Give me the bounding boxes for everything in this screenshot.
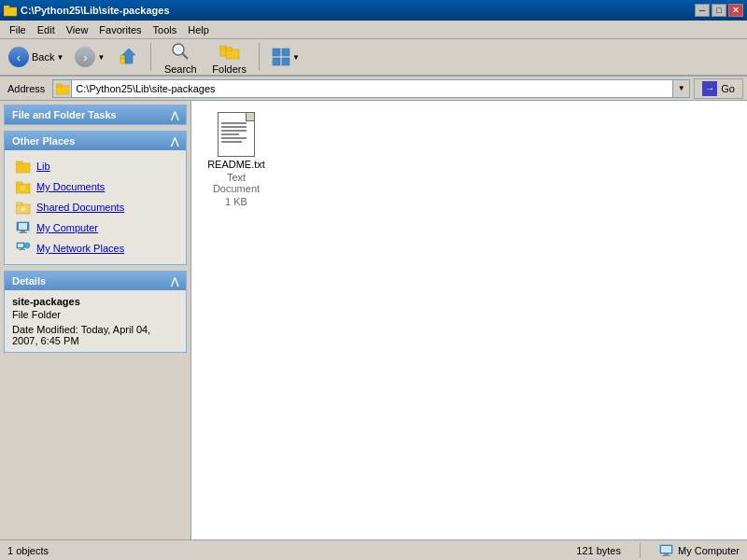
svg-rect-31 [19, 232, 27, 233]
details-modified: Date Modified: Today, April 04, 2007, 6:… [12, 324, 178, 346]
toolbar-separator-1 [150, 43, 151, 71]
svg-rect-33 [18, 244, 23, 247]
title-bar-text: C:\Python25\Lib\site-packages [21, 5, 170, 16]
forward-dropdown-icon: ▼ [97, 53, 105, 62]
forward-icon: › [75, 47, 95, 67]
file-readme[interactable]: README.txt Text Document 1 KB [199, 108, 274, 211]
place-shared-documents[interactable]: Shared Documents [12, 197, 178, 217]
search-icon [169, 40, 191, 63]
go-arrow-icon: → [702, 81, 717, 96]
folder-lib-icon [16, 159, 31, 174]
icon-line-5 [221, 137, 247, 139]
file-folder-tasks-panel: File and Folder Tasks ⋀ [4, 105, 187, 125]
status-computer-label: My Computer [678, 545, 740, 556]
menu-view[interactable]: View [61, 22, 94, 37]
place-my-network-places-label: My Network Places [36, 243, 124, 254]
search-button[interactable]: Search [157, 37, 204, 77]
up-button[interactable] [113, 41, 145, 73]
folders-button[interactable]: Folders [205, 37, 253, 77]
title-bar-controls: ─ □ ✕ [695, 4, 743, 17]
svg-rect-16 [56, 86, 69, 94]
minimize-button[interactable]: ─ [695, 4, 710, 17]
place-my-network-places[interactable]: My Network Places [12, 238, 178, 259]
place-my-documents[interactable]: My Documents [12, 176, 178, 197]
other-places-header[interactable]: Other Places ⋀ [5, 132, 186, 150]
svg-rect-38 [661, 546, 671, 553]
menu-help[interactable]: Help [182, 22, 215, 37]
menu-edit[interactable]: Edit [32, 22, 61, 37]
svg-rect-34 [21, 248, 23, 249]
svg-rect-35 [19, 249, 25, 250]
other-places-body: Lib My Documents [5, 150, 186, 264]
back-button[interactable]: ‹ Back ▼ [4, 42, 68, 72]
details-panel: Details ⋀ site-packages File Folder Date… [4, 271, 187, 353]
readme-file-name: README.txt [207, 159, 265, 170]
place-my-documents-label: My Documents [36, 181, 105, 192]
readme-file-icon [218, 112, 255, 157]
view-button[interactable]: ▼ [265, 41, 304, 73]
main-area: File and Folder Tasks ⋀ Other Places ⋀ L… [0, 101, 747, 539]
svg-line-6 [183, 53, 189, 59]
go-button[interactable]: → Go [694, 78, 743, 99]
toolbar-separator-2 [259, 43, 260, 71]
readme-icon-fold [246, 113, 254, 121]
icon-line-4 [221, 133, 239, 135]
svg-rect-10 [226, 49, 239, 59]
status-computer: My Computer [659, 543, 740, 558]
svg-point-27 [21, 207, 25, 211]
place-my-computer-label: My Computer [36, 222, 98, 233]
nav-group: ‹ Back ▼ › ▼ [4, 42, 109, 72]
readme-file-size: 1 KB [225, 196, 247, 207]
svg-rect-1 [4, 6, 9, 8]
svg-rect-24 [21, 189, 23, 190]
status-bar: 1 objects 121 bytes My Computer [0, 539, 747, 560]
place-my-computer[interactable]: My Computer [12, 217, 178, 238]
details-chevron: ⋀ [171, 276, 178, 287]
other-places-title: Other Places [12, 135, 75, 147]
svg-rect-12 [273, 49, 280, 56]
address-bar: Address ▼ → Go [0, 77, 747, 101]
svg-rect-26 [16, 203, 22, 205]
address-folder-icon [53, 80, 72, 97]
svg-rect-22 [21, 186, 25, 187]
file-area: README.txt Text Document 1 KB [191, 101, 747, 539]
svg-rect-21 [16, 182, 22, 185]
svg-rect-18 [16, 163, 30, 173]
svg-rect-30 [21, 231, 25, 232]
details-folder-name: site-packages [12, 296, 178, 307]
address-input[interactable] [72, 83, 672, 94]
icon-line-1 [221, 122, 247, 124]
file-folder-tasks-header[interactable]: File and Folder Tasks ⋀ [5, 105, 186, 124]
menu-tools[interactable]: Tools [148, 22, 183, 37]
back-label: Back [32, 51, 54, 63]
icon-line-2 [221, 126, 247, 128]
icon-line-6 [221, 141, 242, 143]
place-lib-label: Lib [36, 161, 50, 172]
menu-file[interactable]: File [4, 22, 32, 37]
status-file-size: 121 bytes [576, 545, 621, 556]
toolbar: ‹ Back ▼ › ▼ Search [0, 39, 747, 77]
address-dropdown-button[interactable]: ▼ [672, 80, 689, 97]
details-header[interactable]: Details ⋀ [5, 272, 186, 290]
search-label: Search [164, 63, 197, 75]
forward-button[interactable]: › ▼ [70, 42, 109, 72]
place-lib[interactable]: Lib [12, 156, 178, 176]
go-label: Go [721, 83, 735, 94]
svg-rect-23 [21, 188, 25, 189]
file-folder-tasks-chevron: ⋀ [171, 110, 178, 120]
svg-point-7 [176, 47, 181, 52]
svg-rect-40 [662, 555, 670, 556]
svg-rect-17 [56, 84, 62, 87]
close-button[interactable]: ✕ [728, 4, 743, 17]
menu-favorites[interactable]: Favorites [93, 22, 147, 37]
svg-rect-14 [273, 58, 280, 65]
maximize-button[interactable]: □ [712, 4, 726, 17]
readme-file-type: Text Document [203, 172, 270, 194]
title-bar: C:\Python25\Lib\site-packages ─ □ ✕ [0, 0, 747, 21]
status-computer-icon [659, 543, 674, 558]
svg-rect-3 [120, 55, 125, 58]
status-right: 121 bytes My Computer [576, 543, 740, 558]
svg-point-36 [24, 243, 30, 248]
svg-rect-29 [19, 223, 27, 230]
svg-rect-11 [226, 48, 232, 50]
